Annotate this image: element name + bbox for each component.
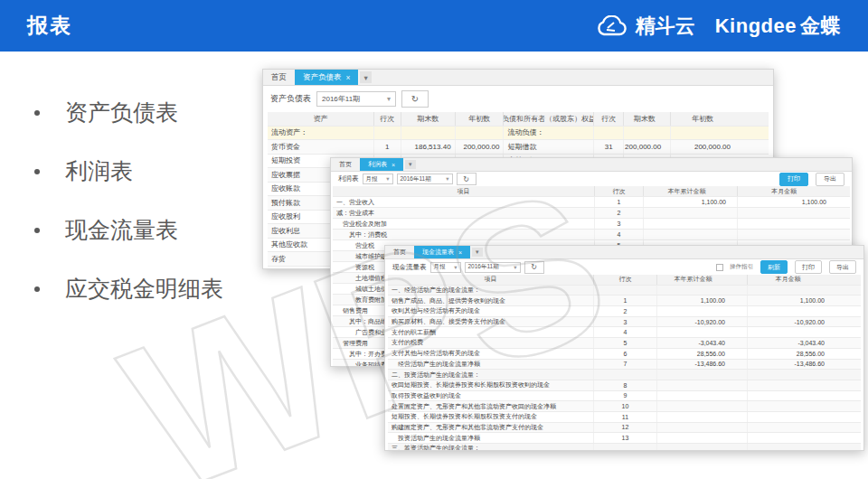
tab-close-icon[interactable]: ×: [458, 249, 462, 256]
period-value: 2016年11期: [322, 94, 360, 104]
period-type-value: 月报: [366, 175, 378, 183]
table-row[interactable]: 经营活动产生的现金流量净额7-13,486.60-13,486.60: [388, 360, 861, 371]
table-cell: [657, 433, 748, 443]
table-cell: [594, 286, 657, 296]
table-cell: 经营活动产生的现金流量净额: [388, 360, 594, 370]
print-button[interactable]: 打印: [795, 260, 822, 274]
export-button[interactable]: 导出: [816, 173, 844, 186]
table-row[interactable]: 取得投资收益收到的现金9: [388, 391, 861, 402]
table-row[interactable]: 收回短期投资、长期债券投资和长期股权投资收到的现金8: [388, 380, 861, 391]
tab-menu-icon[interactable]: ▾: [405, 160, 416, 169]
tab-bar: 首页 资产负债表 × ▾: [263, 70, 773, 86]
bullet-icon: [34, 286, 40, 292]
refresh-button[interactable]: ↻: [401, 90, 429, 108]
refresh-action-button[interactable]: 刷新: [760, 260, 788, 274]
table-row[interactable]: 购买原材料、商品、接受劳务支付的现金3-10,920.00-10,920.00: [388, 317, 861, 328]
column-header: 负债和所有者（或股东）权益: [504, 112, 594, 126]
tab-close-icon[interactable]: ×: [392, 162, 395, 168]
report-toolbar: 利润表 月报 ▾ 2016年11期 ▾ ↻ 打印 导出: [331, 172, 852, 186]
report-title: 资产负债表: [270, 93, 311, 105]
period-type-select[interactable]: 月报 ▾: [363, 174, 393, 184]
table-header-row: 项目行次本年累计金额本月金额: [333, 186, 850, 197]
table-row[interactable]: 购建固定资产、无形资产和其他非流动资产支付的现金12: [388, 423, 861, 434]
table-cell: 10: [594, 401, 657, 411]
period-select[interactable]: 2016年11期 ▾: [316, 91, 396, 107]
tab-income-statement[interactable]: 利润表 ×: [360, 158, 403, 171]
tab-balance-sheet[interactable]: 资产负债表 ×: [295, 70, 358, 85]
table-cell: [657, 286, 748, 296]
chevron-down-icon: ▾: [454, 264, 457, 271]
bullet-label: 利润表: [65, 156, 133, 186]
table-cell: 一、营业收入: [333, 197, 595, 207]
table-cell: [594, 444, 657, 451]
table-row[interactable]: 三、筹资活动产生的现金流量：: [388, 444, 861, 451]
table-row[interactable]: 流动资产：流动负债：: [268, 127, 769, 141]
table-cell: 二、投资活动产生的现金流量：: [388, 370, 594, 380]
table-row[interactable]: 营业税金及附加3: [333, 219, 850, 230]
brand-jdy-text: 精斗云: [636, 13, 695, 40]
tab-close-icon[interactable]: ×: [346, 73, 351, 82]
table-row[interactable]: 投资活动产生的现金流量净额13: [388, 433, 861, 444]
table-cell: [657, 423, 748, 433]
table-cell: [748, 391, 861, 401]
brand-kingdee-cn: 金蝶: [800, 14, 841, 37]
period-select[interactable]: 2016年11期 ▾: [397, 174, 453, 184]
table-row[interactable]: 短期投资、长期债券投资和长期股权投资支付的现金11: [388, 412, 861, 423]
table-row[interactable]: 一、经营活动产生的现金流量：: [388, 286, 861, 296]
table-cell: 减：营业成本: [333, 208, 595, 218]
table-cell: 12: [594, 423, 657, 433]
column-header: 项目: [388, 275, 594, 285]
tab-home[interactable]: 首页: [263, 70, 295, 85]
table-cell: 8: [594, 380, 657, 390]
table-cell: [748, 433, 861, 443]
tab-home[interactable]: 首页: [331, 158, 360, 171]
period-value: 2016年11期: [468, 263, 499, 271]
table-cell: 186,513.40: [401, 140, 456, 154]
refresh-button[interactable]: ↻: [457, 173, 476, 185]
table-cell: [401, 127, 456, 140]
tab-home[interactable]: 首页: [385, 246, 414, 258]
list-item: 利润表: [34, 142, 223, 201]
tab-label: 现金流量表: [422, 248, 454, 257]
table-row[interactable]: 处置固定资产、无形资产和其他非流动资产收回的现金净额10: [388, 401, 861, 412]
column-header: 行次: [595, 186, 644, 196]
table-row[interactable]: 销售产成品、商品、提供劳务收到的现金11,100.001,100.00: [388, 296, 861, 306]
table-row[interactable]: 支付其他与经营活动有关的现金628,556.0028,556.00: [388, 349, 861, 360]
period-type-select[interactable]: 月报 ▾: [430, 262, 461, 273]
table-row[interactable]: 收到其他与经营活动有关的现金2: [388, 306, 861, 317]
table-row[interactable]: 其中：消费税4: [333, 230, 850, 240]
table-cell: -13,486.60: [657, 360, 748, 370]
column-header: 行次: [594, 275, 657, 285]
period-select[interactable]: 2016年11期 ▾: [465, 262, 521, 273]
export-button[interactable]: 导出: [829, 260, 856, 274]
table-cell: [748, 423, 861, 433]
table-row[interactable]: 支付的职工薪酬4: [388, 327, 861, 338]
table-cell: 200,000.00: [456, 140, 505, 154]
table-cell: 31: [594, 140, 624, 154]
print-button[interactable]: 打印: [779, 173, 808, 186]
tab-cashflow[interactable]: 现金流量表 ×: [414, 246, 470, 258]
table-cell: [738, 208, 850, 218]
table-cell: 2: [594, 306, 657, 316]
tab-label: 利润表: [368, 160, 387, 169]
operation-guide-checkbox[interactable]: [716, 264, 723, 271]
table-cell: 处置固定资产、无形资产和其他非流动资产收回的现金净额: [388, 401, 594, 411]
table-row[interactable]: 货币资金1186,513.40200,000.00短期借款31200,000.0…: [268, 140, 769, 155]
table-row[interactable]: 减：营业成本2: [333, 208, 850, 219]
tab-bar: 首页 现金流量表 × ▾: [385, 246, 863, 259]
tab-menu-icon[interactable]: ▾: [472, 248, 483, 257]
table-header-row: 项目行次本年累计金额本月金额: [388, 275, 861, 286]
tab-menu-icon[interactable]: ▾: [360, 71, 371, 83]
table-row[interactable]: 一、营业收入11,100.001,100.00: [333, 197, 850, 208]
table-cell: 其中：消费税: [333, 230, 595, 239]
slide: 报表 精斗云 Kingdee金蝶 资产负债表 利润表 现金流量表: [0, 0, 868, 488]
table-cell: 200,000.00: [671, 140, 769, 154]
table-cell: 1: [595, 197, 644, 207]
table-cell: 28,556.00: [748, 349, 861, 359]
refresh-button[interactable]: ↻: [524, 261, 544, 274]
table-row[interactable]: 支付的税费5-3,043.40-3,043.40: [388, 338, 861, 349]
table-row[interactable]: 二、投资活动产生的现金流量：: [388, 370, 861, 380]
table-cell: [671, 127, 769, 140]
cloud-icon: [595, 15, 629, 37]
bullet-label: 资产负债表: [65, 98, 178, 127]
